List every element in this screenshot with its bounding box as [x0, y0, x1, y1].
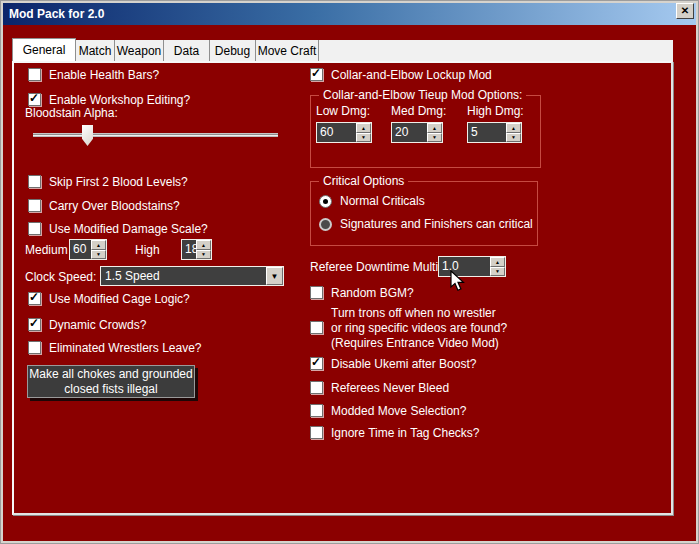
checkbox-eliminated-wrestlers-leave[interactable]: ✓ Eliminated Wrestlers Leave? [28, 340, 202, 355]
close-button[interactable]: ✕ [676, 3, 694, 19]
checkbox-box: ✓ [28, 199, 41, 212]
checkbox-dynamic-crowds[interactable]: ✓ Dynamic Crowds? [28, 317, 146, 332]
checkbox-label: Carry Over Bloodstains? [49, 199, 180, 213]
bloodstain-alpha-slider-track[interactable] [33, 133, 278, 137]
checkbox-turn-trons-off[interactable]: ✓ Turn trons off when no wrestler or rin… [310, 306, 507, 351]
checkbox-label: Enable Health Bars? [49, 68, 159, 82]
tab-move-craft[interactable]: Move Craft [256, 40, 319, 61]
close-icon: ✕ [681, 5, 689, 16]
critical-options-group: Critical Options Normal Criticals Signat… [310, 181, 538, 246]
checkbox-skip-first-2-blood-levels[interactable]: ✓ Skip First 2 Blood Levels? [28, 174, 188, 189]
tab-weapon[interactable]: Weapon [115, 40, 164, 61]
radio-normal-criticals[interactable]: Normal Criticals [319, 194, 425, 208]
tab-general[interactable]: General [12, 38, 76, 61]
medium-spinner[interactable]: 60 ▲ ▼ [69, 239, 107, 260]
tab-data[interactable]: Data [164, 40, 210, 61]
checkbox-label: Random BGM? [331, 286, 414, 300]
high-dmg-label: High Dmg: [467, 104, 524, 118]
spinner-buttons: ▲ ▼ [91, 240, 106, 259]
spinner-down-icon[interactable]: ▼ [427, 133, 442, 143]
clock-speed-dropdown[interactable]: 1.5 Speed ▼ [100, 266, 284, 286]
checkbox-box: ✓ [28, 93, 41, 106]
title-bar[interactable]: Mod Pack for 2.0 [3, 3, 696, 25]
med-dmg-label: Med Dmg: [391, 104, 446, 118]
high-spinner-value: 18 [182, 240, 196, 259]
clock-speed-value: 1.5 Speed [101, 267, 266, 285]
medium-spinner-value: 60 [70, 240, 91, 259]
checkbox-label: Dynamic Crowds? [49, 318, 146, 332]
checkbox-box: ✓ [28, 292, 41, 305]
tab-label: Match [79, 44, 112, 58]
high-spinner[interactable]: 18 ▲ ▼ [181, 239, 212, 260]
checkbox-referees-never-bleed[interactable]: ✓ Referees Never Bleed [310, 380, 449, 395]
radio-dot [319, 218, 332, 231]
checkbox-carry-over-bloodstains[interactable]: ✓ Carry Over Bloodstains? [28, 198, 180, 213]
checkbox-label: Enable Workshop Editing? [49, 93, 190, 107]
tab-label: Move Craft [258, 44, 317, 58]
spinner-down-icon[interactable]: ▼ [91, 250, 106, 260]
checkbox-box: ✓ [310, 286, 323, 299]
radio-signatures-finishers-critical[interactable]: Signatures and Finishers can critical [319, 217, 533, 231]
checkbox-label: Modded Move Selection? [331, 404, 466, 418]
medium-label: Medium [25, 243, 68, 257]
checkbox-label: Turn trons off when no wrestler or ring … [331, 306, 507, 351]
tieup-options-group-title: Collar-and-Elbow Tieup Mod Options: [319, 88, 526, 102]
checkbox-use-modified-cage-logic[interactable]: ✓ Use Modified Cage Logic? [28, 291, 190, 306]
bloodstain-alpha-label: Bloodstain Alpha: [25, 106, 118, 120]
high-dmg-spinner[interactable]: 5 ▲ ▼ [467, 122, 522, 143]
checkbox-enable-workshop-editing[interactable]: ✓ Enable Workshop Editing? [28, 92, 190, 107]
tab-label: General [23, 43, 66, 57]
checkbox-label: Disable Ukemi after Boost? [331, 357, 476, 371]
check-icon: ✓ [311, 355, 321, 369]
check-icon: ✓ [311, 66, 321, 80]
checkbox-box: ✓ [310, 357, 323, 370]
checkbox-label: Use Modified Damage Scale? [49, 222, 208, 236]
low-dmg-spinner-value: 60 [317, 123, 356, 142]
radio-label: Signatures and Finishers can critical [340, 217, 533, 231]
checkbox-box: ✓ [310, 404, 323, 417]
checkbox-box: ✓ [28, 68, 41, 81]
med-dmg-spinner-value: 20 [392, 123, 427, 142]
tab-match[interactable]: Match [76, 40, 115, 61]
checkbox-label: Ignore Time in Tag Checks? [331, 426, 480, 440]
checkbox-random-bgm[interactable]: ✓ Random BGM? [310, 285, 414, 300]
checkbox-enable-health-bars[interactable]: ✓ Enable Health Bars? [28, 67, 159, 82]
spinner-up-icon[interactable]: ▲ [506, 123, 521, 133]
spinner-buttons: ▲ ▼ [490, 257, 505, 276]
spinner-down-icon[interactable]: ▼ [490, 267, 505, 277]
chevron-down-icon[interactable]: ▼ [266, 267, 283, 285]
spinner-up-icon[interactable]: ▲ [490, 257, 505, 267]
spinner-up-icon[interactable]: ▲ [427, 123, 442, 133]
checkbox-box: ✓ [28, 222, 41, 235]
spinner-up-icon[interactable]: ▲ [356, 123, 371, 133]
checkbox-collar-and-elbow-lockup-mod[interactable]: ✓ Collar-and-Elbow Lockup Mod [310, 67, 492, 82]
make-chokes-illegal-button[interactable]: Make all chokes and grounded closed fist… [27, 365, 195, 398]
checkbox-use-modified-damage-scale[interactable]: ✓ Use Modified Damage Scale? [28, 221, 208, 236]
spinner-down-icon[interactable]: ▼ [506, 133, 521, 143]
spinner-down-icon[interactable]: ▼ [356, 133, 371, 143]
checkbox-label: Skip First 2 Blood Levels? [49, 175, 188, 189]
tab-debug[interactable]: Debug [210, 40, 256, 61]
radio-label: Normal Criticals [340, 194, 425, 208]
spinner-up-icon[interactable]: ▲ [91, 240, 106, 250]
check-icon: ✓ [29, 316, 39, 330]
checkbox-box: ✓ [28, 175, 41, 188]
critical-options-group-title: Critical Options [319, 174, 408, 188]
spinner-down-icon[interactable]: ▼ [196, 250, 211, 260]
spinner-buttons: ▲ ▼ [506, 123, 521, 142]
checkbox-label: Referees Never Bleed [331, 381, 449, 395]
med-dmg-spinner[interactable]: 20 ▲ ▼ [391, 122, 443, 143]
low-dmg-label: Low Dmg: [316, 104, 370, 118]
tab-strip: General Match Weapon Data Debug Move Cra… [12, 40, 673, 61]
checkbox-label: Use Modified Cage Logic? [49, 292, 190, 306]
referee-downtime-spinner[interactable]: 1.0 ▲ ▼ [438, 256, 506, 277]
check-icon: ✓ [29, 91, 39, 105]
checkbox-box: ✓ [310, 426, 323, 439]
window-title: Mod Pack for 2.0 [9, 7, 104, 21]
low-dmg-spinner[interactable]: 60 ▲ ▼ [316, 122, 372, 143]
checkbox-disable-ukemi-after-boost[interactable]: ✓ Disable Ukemi after Boost? [310, 356, 476, 371]
spinner-up-icon[interactable]: ▲ [196, 240, 211, 250]
high-dmg-spinner-value: 5 [468, 123, 506, 142]
checkbox-ignore-time-in-tag-checks[interactable]: ✓ Ignore Time in Tag Checks? [310, 425, 480, 440]
checkbox-modded-move-selection[interactable]: ✓ Modded Move Selection? [310, 403, 466, 418]
